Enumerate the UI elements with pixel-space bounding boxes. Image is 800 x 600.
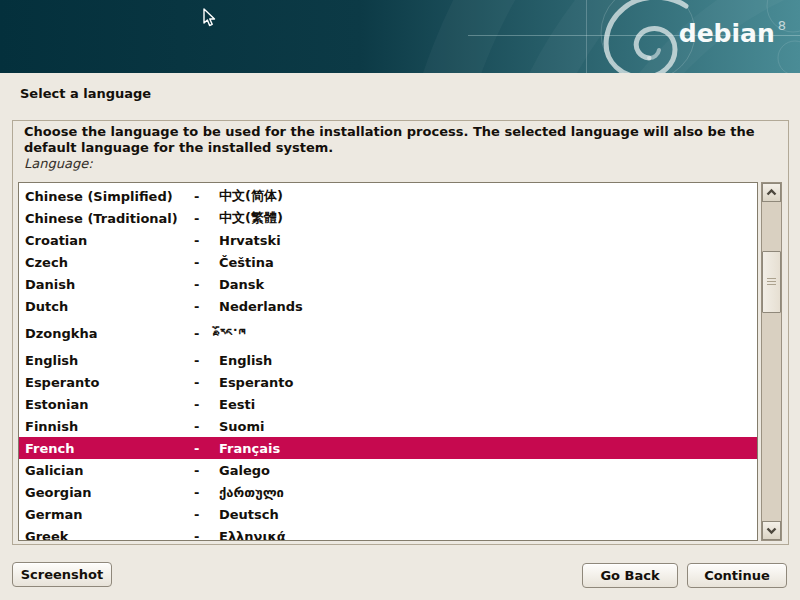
language-separator: - [194, 419, 219, 434]
language-name: Estonian [25, 397, 194, 412]
language-name: French [25, 441, 194, 456]
language-separator: - [194, 233, 219, 248]
chevron-down-icon [765, 526, 778, 535]
language-name: Croatian [25, 233, 194, 248]
screenshot-button[interactable]: Screenshot [12, 562, 112, 587]
language-separator: - [194, 189, 219, 204]
page-title: Select a language [20, 86, 151, 101]
language-native-name: Deutsch [219, 507, 757, 522]
language-name: Chinese (Simplified) [25, 189, 194, 204]
language-name: Greek [25, 529, 194, 542]
language-row[interactable]: Esperanto-Esperanto [19, 371, 757, 393]
go-back-button[interactable]: Go Back [582, 563, 678, 588]
language-row[interactable]: Finnish-Suomi [19, 415, 757, 437]
brand-version: 8 [778, 17, 786, 35]
language-native-name: 中文(繁體) [219, 209, 757, 227]
language-separator: - [194, 529, 219, 542]
language-name: Georgian [25, 485, 194, 500]
language-list[interactable]: Chinese (Simplified)-中文(简体)Chinese (Trad… [18, 182, 758, 541]
language-name: Danish [25, 277, 194, 292]
language-native-name: Čeština [219, 255, 757, 270]
language-row[interactable]: Georgian-ქართული [19, 481, 757, 503]
language-native-name: Ελληνικά [219, 529, 757, 542]
language-native-name: Hrvatski [219, 233, 757, 248]
language-native-name: ქართული [219, 485, 757, 500]
language-row[interactable]: Chinese (Traditional)-中文(繁體) [19, 207, 757, 229]
language-separator: - [194, 463, 219, 478]
language-separator: - [194, 375, 219, 390]
language-native-name: English [219, 353, 757, 368]
language-row[interactable]: Chinese (Simplified)-中文(简体) [19, 185, 757, 207]
language-native-name: Français [219, 441, 757, 456]
scrollbar-grip [767, 278, 776, 286]
debian-logo-text: debian 8 [679, 17, 786, 51]
language-separator: - [194, 255, 219, 270]
language-name: Dzongkha [25, 326, 194, 341]
language-native-name: རྫོང་ཁ [219, 326, 757, 341]
instructions-line1: Choose the language to be used for the i… [24, 124, 755, 139]
language-row[interactable]: Dutch-Nederlands [19, 295, 757, 317]
language-row[interactable]: Croatian-Hrvatski [19, 229, 757, 251]
instructions-line2: default language for the installed syste… [24, 140, 333, 155]
language-row[interactable]: English-English [19, 349, 757, 371]
language-row[interactable]: Dzongkha-རྫོང་ཁ [19, 317, 757, 349]
language-separator: - [194, 299, 219, 314]
language-row[interactable]: German-Deutsch [19, 503, 757, 525]
brand-name: debian [679, 17, 775, 51]
language-native-name: Galego [219, 463, 757, 478]
language-native-name: Suomi [219, 419, 757, 434]
language-separator: - [194, 397, 219, 412]
language-name: Dutch [25, 299, 194, 314]
scrollbar-thumb[interactable] [762, 251, 781, 313]
vertical-scrollbar[interactable] [761, 182, 782, 541]
language-native-name: Nederlands [219, 299, 757, 314]
language-row[interactable]: Estonian-Eesti [19, 393, 757, 415]
instructions-text: Choose the language to be used for the i… [24, 124, 784, 156]
language-separator: - [194, 441, 219, 456]
language-label: Language: [24, 156, 93, 171]
language-name: Galician [25, 463, 194, 478]
language-native-name: Dansk [219, 277, 757, 292]
language-native-name: 中文(简体) [219, 187, 757, 205]
language-name: Esperanto [25, 375, 194, 390]
language-separator: - [194, 485, 219, 500]
language-name: Finnish [25, 419, 194, 434]
language-separator: - [194, 211, 219, 226]
scroll-up-button[interactable] [762, 183, 781, 202]
language-row[interactable]: Galician-Galego [19, 459, 757, 481]
language-native-name: Esperanto [219, 375, 757, 390]
language-row[interactable]: French-Français [19, 437, 757, 459]
header-banner: debian 8 [0, 0, 800, 73]
language-name: English [25, 353, 194, 368]
language-name: Chinese (Traditional) [25, 211, 194, 226]
language-row[interactable]: Czech-Čeština [19, 251, 757, 273]
mouse-cursor-icon [203, 8, 217, 28]
language-name: German [25, 507, 194, 522]
language-name: Czech [25, 255, 194, 270]
language-native-name: Eesti [219, 397, 757, 412]
language-row[interactable]: Greek-Ελληνικά [19, 525, 757, 541]
chevron-up-icon [765, 188, 778, 197]
language-separator: - [194, 507, 219, 522]
language-separator: - [194, 353, 219, 368]
language-row[interactable]: Danish-Dansk [19, 273, 757, 295]
continue-button[interactable]: Continue [687, 563, 787, 588]
language-separator: - [194, 277, 219, 292]
scroll-down-button[interactable] [762, 521, 781, 540]
language-separator: - [194, 326, 219, 341]
